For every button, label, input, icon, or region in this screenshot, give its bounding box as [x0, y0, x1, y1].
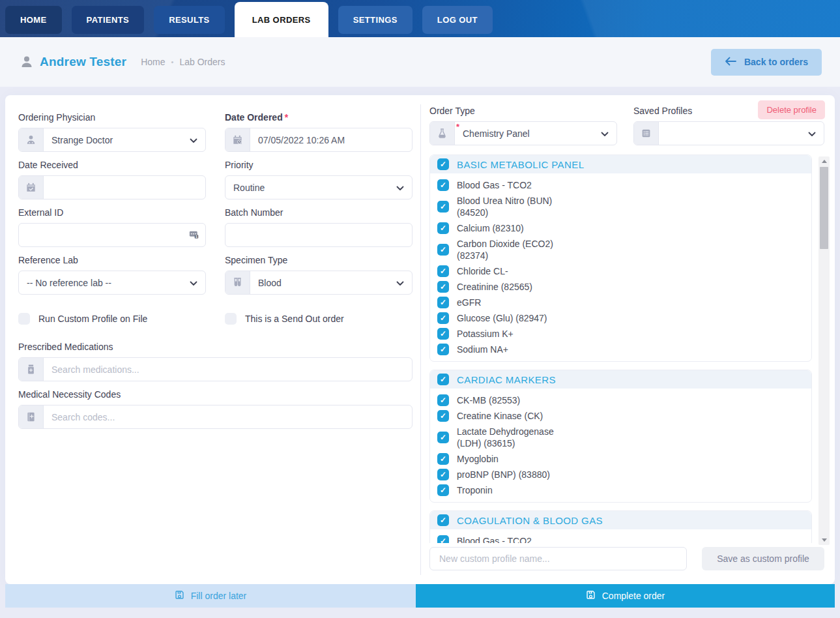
- scrollbar-down-arrow[interactable]: [818, 535, 830, 545]
- test-label: Blood Urea Nitro (BUN) (84520): [457, 195, 577, 218]
- test-item[interactable]: eGFR: [437, 295, 804, 310]
- section-checkbox[interactable]: [437, 374, 449, 385]
- external-id-label: External ID: [18, 206, 206, 219]
- nav-tab-log-out[interactable]: LOG OUT: [422, 6, 493, 34]
- test-item[interactable]: Calcium (82310): [437, 220, 804, 236]
- test-checkbox[interactable]: [437, 222, 449, 234]
- batch-number-field[interactable]: [225, 223, 413, 247]
- new-profile-name-input[interactable]: [429, 547, 687, 570]
- test-label: Creatine Kinase (CK): [457, 410, 543, 422]
- test-checkbox[interactable]: [437, 265, 449, 277]
- priority-select[interactable]: Routine: [225, 175, 413, 199]
- priority-value: Routine: [233, 183, 396, 193]
- test-checkbox[interactable]: [437, 484, 449, 496]
- test-item[interactable]: CK-MB (82553): [437, 392, 804, 408]
- nav-tab-settings[interactable]: SETTINGS: [338, 6, 413, 34]
- breadcrumb-home[interactable]: Home: [141, 57, 165, 67]
- nav-tab-lab-orders[interactable]: LAB ORDERS: [235, 2, 328, 37]
- test-checkbox[interactable]: [437, 410, 449, 422]
- checklist-scrollbar[interactable]: [818, 156, 830, 545]
- test-item[interactable]: Creatinine (82565): [437, 279, 804, 295]
- nav-tab-patients[interactable]: PATIENTS: [72, 6, 145, 34]
- test-item[interactable]: Blood Urea Nitro (BUN) (84520): [437, 193, 804, 220]
- test-item[interactable]: Myoglobin: [437, 451, 804, 467]
- ordering-physician-select[interactable]: Strange Doctor: [18, 128, 206, 152]
- ordering-physician-value: Strange Doctor: [51, 135, 190, 145]
- reference-lab-select[interactable]: -- No reference lab --: [18, 271, 206, 295]
- scrollbar-up-arrow[interactable]: [818, 156, 830, 166]
- test-checkbox[interactable]: [437, 297, 449, 308]
- external-id-input[interactable]: [19, 224, 205, 246]
- test-item[interactable]: Lactate Dehydrogenase (LDH) (83615): [437, 424, 804, 451]
- section-checkbox[interactable]: [437, 158, 449, 170]
- codes-search-field[interactable]: [18, 405, 413, 429]
- section-header[interactable]: COAGULATION & BLOOD GAS: [430, 511, 811, 529]
- scrollbar-thumb[interactable]: [820, 167, 828, 249]
- test-item[interactable]: Sodium NA+: [437, 342, 804, 357]
- test-checkbox[interactable]: [437, 328, 449, 340]
- saved-profiles-select[interactable]: [633, 121, 824, 145]
- test-item[interactable]: Carbon Dioxide (ECO2) (82374): [437, 236, 804, 263]
- saved-profiles-label: Saved Profiles: [633, 104, 824, 117]
- test-item[interactable]: Blood Gas - TCO2: [437, 177, 804, 193]
- section-header[interactable]: BASIC METABOLIC PANEL: [430, 155, 811, 173]
- checkbox-unchecked[interactable]: [225, 313, 237, 325]
- page-header: Andrew Tester Home • Lab Orders Back to …: [0, 37, 840, 87]
- test-item[interactable]: Creatine Kinase (CK): [437, 408, 804, 424]
- test-item[interactable]: Potassium K+: [437, 326, 804, 342]
- medications-search-field[interactable]: [18, 357, 413, 381]
- checkbox-unchecked[interactable]: [18, 313, 30, 325]
- send-out-order-label: This is a Send Out order: [245, 314, 344, 324]
- chevron-down-icon: [190, 134, 197, 146]
- required-marker: *: [285, 112, 288, 123]
- batch-number-input[interactable]: [225, 224, 412, 246]
- back-to-orders-button[interactable]: Back to orders: [711, 49, 822, 76]
- test-checkbox[interactable]: [437, 344, 449, 355]
- external-id-field[interactable]: 1: [18, 223, 206, 247]
- reference-lab-label: Reference Lab: [18, 254, 206, 267]
- test-checkbox[interactable]: [437, 244, 449, 256]
- test-label: Sodium NA+: [457, 344, 508, 355]
- test-checkbox[interactable]: [437, 432, 449, 443]
- test-item[interactable]: proBNP (BNP) (83880): [437, 467, 804, 482]
- test-item[interactable]: Glucose (Glu) (82947): [437, 310, 804, 326]
- medications-search-input[interactable]: [44, 358, 412, 381]
- test-label: Blood Gas - TCO2: [457, 179, 532, 191]
- date-ordered-label: Date Ordered*: [225, 111, 413, 124]
- run-custom-profile-checkbox[interactable]: Run Custom Profile on File: [18, 313, 206, 325]
- test-item[interactable]: Blood Gas - TCO2: [437, 533, 804, 543]
- ordering-physician-label: Ordering Physician: [18, 111, 206, 124]
- chevron-down-icon: [808, 128, 816, 140]
- complete-order-button[interactable]: Complete order: [416, 584, 835, 608]
- specimen-type-select[interactable]: Blood: [225, 271, 413, 295]
- test-checkbox[interactable]: [437, 281, 449, 293]
- test-checkbox[interactable]: [437, 312, 449, 324]
- medical-necessity-codes-label: Medical Necessity Codes: [18, 388, 413, 401]
- nav-tab-results[interactable]: RESULTS: [154, 6, 225, 34]
- save-custom-profile-button[interactable]: Save as custom profile: [702, 547, 824, 570]
- section-title: CARDIAC MARKERS: [457, 374, 556, 385]
- send-out-order-checkbox[interactable]: This is a Send Out order: [225, 313, 413, 325]
- test-checkbox[interactable]: [437, 394, 449, 406]
- date-ordered-field[interactable]: [225, 128, 413, 152]
- test-label: proBNP (BNP) (83880): [457, 469, 550, 480]
- test-checkbox[interactable]: [437, 201, 449, 213]
- test-label: Troponin: [457, 484, 493, 496]
- date-received-input[interactable]: [44, 176, 205, 199]
- section-header[interactable]: CARDIAC MARKERS: [430, 370, 811, 389]
- test-item[interactable]: Chloride CL-: [437, 263, 804, 279]
- external-id-icon: 1: [188, 228, 199, 242]
- test-checklist: BASIC METABOLIC PANELBlood Gas - TCO2Blo…: [429, 154, 812, 543]
- test-checkbox[interactable]: [437, 179, 449, 191]
- date-received-field[interactable]: [18, 175, 206, 199]
- fill-order-later-button[interactable]: Fill order later: [5, 584, 416, 608]
- nav-tab-home[interactable]: HOME: [5, 6, 62, 34]
- test-checkbox[interactable]: [437, 469, 449, 480]
- test-label: Calcium (82310): [457, 222, 524, 234]
- codes-search-input[interactable]: [44, 405, 412, 428]
- test-checkbox[interactable]: [437, 453, 449, 465]
- section-checkbox[interactable]: [437, 514, 449, 526]
- date-ordered-input[interactable]: [250, 128, 412, 151]
- test-checkbox[interactable]: [437, 535, 449, 543]
- test-item[interactable]: Troponin: [437, 482, 804, 498]
